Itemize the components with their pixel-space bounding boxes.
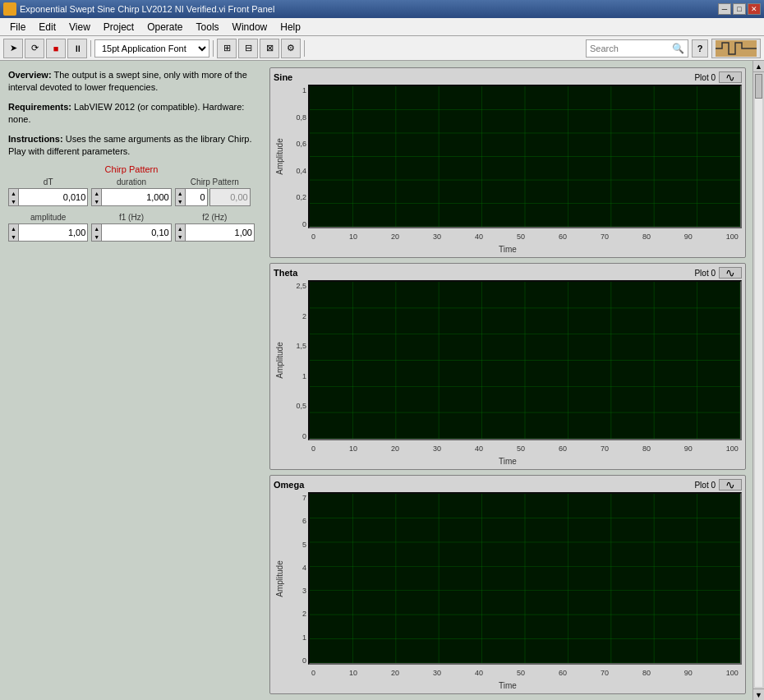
f2-spinner[interactable]: ▲ ▼ <box>176 224 186 241</box>
omega-y-ticks: 7 6 5 4 3 2 1 0 <box>285 492 308 665</box>
sine-plot-area <box>308 85 742 228</box>
sine-graph-header: Sine Plot 0 ∿ <box>274 71 742 83</box>
f2-spinner-up[interactable]: ▲ <box>176 224 185 233</box>
theta-grid-svg <box>310 282 740 439</box>
theta-graph-container: Theta Plot 0 ∿ Amplitude 2,5 2 1,5 1 <box>269 263 746 470</box>
theta-wave-icon: ∿ <box>725 266 735 279</box>
dt-spinner[interactable]: ▲ ▼ <box>9 189 19 205</box>
toolbar-sep-2 <box>213 40 214 57</box>
extra-btn[interactable] <box>711 39 761 58</box>
omega-y-label-container: Amplitude <box>274 492 285 665</box>
f1-label: f1 (Hz) <box>91 213 171 222</box>
f1-value: 0,10 <box>102 228 170 237</box>
minimize-button[interactable]: ─ <box>718 3 731 15</box>
omega-x-40: 40 <box>475 669 483 677</box>
f1-control: f1 (Hz) ▲ ▼ 0,10 <box>91 213 171 242</box>
omega-graph-title: Omega <box>274 480 304 490</box>
amplitude-spinner-down[interactable]: ▼ <box>9 233 18 241</box>
amplitude-label: amplitude <box>8 213 88 222</box>
omega-x-70: 70 <box>601 669 609 677</box>
menu-help[interactable]: Help <box>274 20 307 35</box>
sine-x-label: Time <box>274 245 742 254</box>
distribute-btn[interactable]: ⊟ <box>238 39 258 58</box>
sine-x-tick-60: 60 <box>559 233 567 241</box>
waveform-icon <box>716 40 757 57</box>
chirp-pattern-spinner[interactable]: ▲ ▼ <box>176 189 186 205</box>
menu-project[interactable]: Project <box>97 20 140 35</box>
duration-spinner-down[interactable]: ▼ <box>92 197 101 205</box>
f1-spinner-up[interactable]: ▲ <box>92 224 101 233</box>
maximize-button[interactable]: □ <box>733 3 746 15</box>
sine-legend-icon: ∿ <box>719 71 742 83</box>
close-button[interactable]: ✕ <box>748 3 761 15</box>
dt-spinner-up[interactable]: ▲ <box>9 189 18 197</box>
dt-input[interactable]: ▲ ▼ 0,010 <box>8 188 88 206</box>
theta-y-label-container: Amplitude <box>274 280 285 440</box>
abort-btn[interactable]: ■ <box>46 39 66 58</box>
omega-x-10: 10 <box>349 669 357 677</box>
f1-spinner-down[interactable]: ▼ <box>92 233 101 241</box>
search-input[interactable] <box>590 44 672 53</box>
instructions-text: Instructions: Uses the same arguments as… <box>8 133 255 159</box>
requirements-bold: Requirements: <box>8 102 71 112</box>
theta-y-tick-3: 1,5 <box>296 342 306 350</box>
theta-x-30: 30 <box>433 444 441 453</box>
align-btn[interactable]: ⊞ <box>217 39 237 58</box>
help-button[interactable]: ? <box>692 39 708 58</box>
search-box[interactable]: 🔍 <box>586 39 688 58</box>
scrollbar-down-btn[interactable]: ▼ <box>753 688 764 700</box>
dt-label: dT <box>8 177 88 187</box>
f2-label: f2 (Hz) <box>175 213 255 222</box>
sine-y-tick-2: 0,8 <box>296 113 306 122</box>
omega-wave-icon: ∿ <box>725 478 735 491</box>
sine-legend-label: Plot 0 <box>694 73 716 82</box>
f2-spinner-down[interactable]: ▼ <box>176 233 185 241</box>
menu-edit[interactable]: Edit <box>32 20 62 35</box>
left-panel: Overview: The output is a swept sine, on… <box>0 61 263 700</box>
sine-graph-title: Sine <box>274 72 292 82</box>
theta-x-60: 60 <box>559 444 567 453</box>
omega-grid-svg <box>310 494 740 663</box>
duration-input[interactable]: ▲ ▼ 1,000 <box>91 188 171 206</box>
resize-btn[interactable]: ⊠ <box>260 39 279 58</box>
menu-window[interactable]: Window <box>226 20 274 35</box>
run-continuous-btn[interactable]: ⟳ <box>25 39 44 58</box>
menu-operate[interactable]: Operate <box>140 20 189 35</box>
search-icon: 🔍 <box>672 43 684 54</box>
sine-x-tick-10: 10 <box>349 233 357 241</box>
theta-x-ticks: 0 10 20 30 40 50 60 70 80 90 100 <box>308 440 742 457</box>
theta-y-ticks: 2,5 2 1,5 1 0,5 0 <box>285 280 308 440</box>
menu-file[interactable]: File <box>3 20 32 35</box>
duration-spinner[interactable]: ▲ ▼ <box>92 189 102 205</box>
f1-spinner[interactable]: ▲ ▼ <box>92 224 102 241</box>
chirp-pattern-selector-value: 0 <box>186 192 207 202</box>
f1-input[interactable]: ▲ ▼ 0,10 <box>91 223 171 242</box>
dt-spinner-down[interactable]: ▼ <box>9 197 18 205</box>
window-title: Exponential Swept Sine Chirp LV2012 NI V… <box>20 4 718 14</box>
run-arrow-btn[interactable]: ➤ <box>3 39 23 58</box>
omega-x-90: 90 <box>684 669 693 677</box>
omega-y-tick-0: 0 <box>302 656 306 665</box>
amplitude-spinner-up[interactable]: ▲ <box>9 224 18 233</box>
reorder-btn[interactable]: ⚙ <box>281 39 301 58</box>
scrollbar-up-btn[interactable]: ▲ <box>753 61 764 72</box>
f2-input[interactable]: ▲ ▼ 1,00 <box>175 223 255 242</box>
omega-x-60: 60 <box>559 669 567 677</box>
theta-y-tick-2: 2 <box>302 312 306 320</box>
menu-tools[interactable]: Tools <box>190 20 226 35</box>
theta-x-80: 80 <box>642 444 651 453</box>
sine-y-tick-3: 0,6 <box>296 140 306 148</box>
menu-view[interactable]: View <box>62 20 97 35</box>
right-scrollbar[interactable]: ▲ ▼ <box>752 61 764 700</box>
amplitude-input[interactable]: ▲ ▼ 1,00 <box>8 223 88 242</box>
font-selector[interactable]: 15pt Application Font <box>94 39 209 58</box>
sine-x-tick-40: 40 <box>475 233 483 241</box>
scrollbar-thumb[interactable] <box>755 74 762 99</box>
amplitude-spinner[interactable]: ▲ ▼ <box>9 224 19 241</box>
pause-btn[interactable]: ⏸ <box>67 39 87 58</box>
duration-spinner-up[interactable]: ▲ <box>92 189 101 197</box>
sine-y-tick-5: 0,2 <box>296 193 306 201</box>
chirp-pattern-selector-input[interactable]: ▲ ▼ 0 <box>175 188 208 206</box>
chirp-pattern-spinner-down[interactable]: ▼ <box>176 197 185 205</box>
chirp-pattern-spinner-up[interactable]: ▲ <box>176 189 185 197</box>
